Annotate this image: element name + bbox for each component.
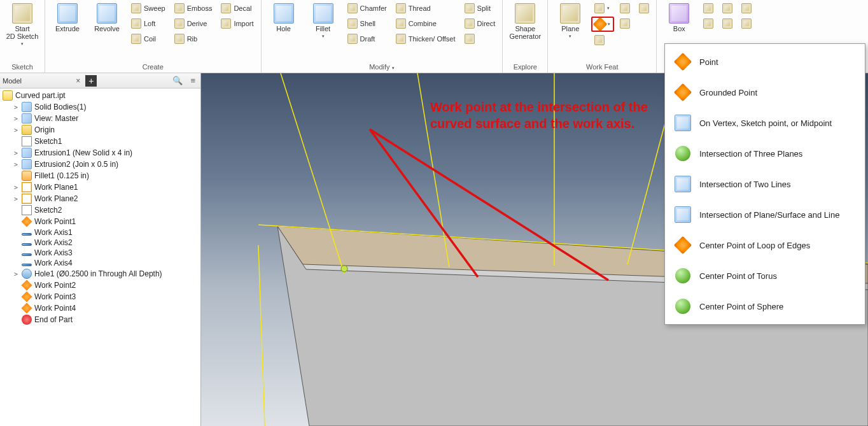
coil-button[interactable]: Coil (128, 32, 169, 46)
menu-item[interactable]: Center Point of Torus (665, 260, 865, 291)
menu-item[interactable]: Point (665, 46, 865, 77)
shape-generator-button[interactable]: Shape Generator (507, 1, 543, 42)
surf-btn-3[interactable] (719, 1, 736, 15)
ucs-button[interactable] (591, 33, 614, 47)
menu-item[interactable]: Intersection of Two Lines (665, 169, 865, 199)
direct-button[interactable]: Direct (461, 17, 499, 31)
tree-node[interactable]: >End of Part (0, 314, 200, 325)
search-icon[interactable]: 🔍 (170, 76, 185, 85)
tree-node[interactable]: >Work Plane2 (0, 193, 200, 204)
menu-item[interactable]: Grounded Point (665, 77, 865, 108)
tree-node[interactable]: >Work Plane1 (0, 181, 200, 193)
tree-node-label: Extrusion1 (New Solid x 4 in) (34, 148, 132, 157)
menu-item[interactable]: Center Point of Loop of Edges (665, 230, 865, 260)
tree-node[interactable]: >Solid Bodies(1) (0, 101, 200, 113)
close-icon[interactable]: × (73, 76, 83, 85)
tree-node[interactable]: >Work Point1 (0, 216, 200, 227)
tree-node[interactable]: >Fillet1 (0.125 in) (0, 170, 200, 181)
import-button[interactable]: Import (218, 17, 256, 31)
expand-icon[interactable]: > (13, 127, 19, 134)
combine-button[interactable]: Combine (393, 17, 459, 31)
cube-icon (674, 206, 692, 224)
expand-icon[interactable]: > (13, 150, 19, 157)
ribbon-group-label-sketch: Sketch (4, 62, 41, 73)
surf-btn-2[interactable] (700, 17, 717, 31)
orange-pt-icon (674, 83, 692, 101)
part-icon (3, 90, 13, 101)
tree-node[interactable]: >Work Axis2 (0, 238, 200, 248)
expand-icon[interactable]: > (13, 184, 19, 191)
cube-icon (22, 159, 32, 169)
tree-node[interactable]: >Extrusion2 (Join x 0.5 in) (0, 159, 200, 170)
point-icon (22, 303, 32, 314)
ribbon-group-label-modify: Modify ▾ (265, 62, 499, 73)
model-browser: Model × + 🔍 ≡ Curved part.ipt >Solid Bod… (0, 73, 201, 426)
add-tab-button[interactable]: + (85, 75, 97, 87)
derive-icon (174, 18, 185, 29)
thicken-button[interactable]: Thicken/ Offset (393, 32, 459, 46)
surf-btn-6[interactable] (738, 17, 755, 31)
tree-root[interactable]: Curved part.ipt (0, 90, 200, 101)
plane-button[interactable]: Plane▾ (552, 1, 589, 41)
expand-icon[interactable]: > (13, 195, 19, 202)
expand-icon[interactable]: > (13, 161, 19, 168)
menu-item[interactable]: Center Point of Sphere (665, 291, 865, 322)
menu-item-label: Point (699, 57, 718, 67)
derive-button[interactable]: Derive (171, 17, 216, 31)
surf-btn-5[interactable] (738, 1, 755, 15)
work-axis-button[interactable]: ▾ (591, 1, 614, 15)
decal-button[interactable]: Decal (218, 1, 256, 15)
browser-header: Model × + 🔍 ≡ (0, 73, 200, 89)
expand-icon[interactable]: > (13, 115, 19, 122)
ribbon-group-label-create: Create (49, 62, 257, 73)
hole-icon (274, 3, 294, 24)
chamfer-button[interactable]: Chamfer (344, 1, 390, 15)
sweep-button[interactable]: Sweep (128, 1, 169, 15)
thread-icon (396, 3, 406, 13)
mini-btn-a[interactable] (636, 1, 652, 15)
pattern-btn-1[interactable] (617, 1, 633, 15)
tree-node[interactable]: >View: Master (0, 113, 200, 124)
expand-icon[interactable]: > (13, 271, 19, 278)
rib-button[interactable]: Rib (171, 32, 216, 46)
delete-face-button[interactable] (461, 32, 499, 46)
tree-node[interactable]: >Origin (0, 124, 200, 136)
extrude-button[interactable]: Extrude (49, 1, 86, 34)
tree-node[interactable]: >Work Axis3 (0, 248, 200, 258)
start-2d-sketch-button[interactable]: Start 2D Sketch ▾ (4, 1, 41, 48)
expand-icon[interactable]: > (13, 104, 19, 111)
shell-button[interactable]: Shell (344, 17, 390, 31)
revolve-button[interactable]: Revolve (88, 1, 125, 34)
browser-tree[interactable]: Curved part.ipt >Solid Bodies(1)>View: M… (0, 89, 200, 426)
sketch-icon (12, 3, 32, 24)
emboss-button[interactable]: Emboss (171, 1, 216, 15)
split-button[interactable]: Split (461, 1, 499, 15)
hole-button[interactable]: Hole (265, 1, 302, 34)
tree-node-label: Work Plane2 (34, 194, 78, 203)
tree-node[interactable]: >Extrusion1 (New Solid x 4 in) (0, 147, 200, 159)
box-button[interactable]: Box (661, 1, 697, 34)
surf-btn-1[interactable] (700, 1, 717, 15)
tree-node[interactable]: >Work Axis4 (0, 258, 200, 268)
tree-node[interactable]: >Work Point2 (0, 280, 200, 291)
tree-node[interactable]: >Work Point3 (0, 291, 200, 302)
surf-btn-4[interactable] (719, 17, 736, 31)
thread-button[interactable]: Thread (393, 1, 459, 15)
menu-item[interactable]: Intersection of Three Planes (665, 138, 865, 169)
menu-icon[interactable]: ≡ (188, 76, 198, 85)
tree-node[interactable]: >Work Axis1 (0, 227, 200, 238)
tree-node[interactable]: >Hole1 (Ø0.2500 in Through All Depth) (0, 268, 200, 280)
menu-item[interactable]: On Vertex, Sketch point, or Midpoint (665, 108, 865, 138)
folder-icon (22, 125, 32, 135)
fillet-button[interactable]: Fillet▾ (305, 1, 342, 41)
draft-button[interactable]: Draft (344, 32, 390, 46)
axis-icon (594, 3, 605, 13)
work-point-dropdown-button[interactable]: ▾ (591, 17, 614, 32)
tree-node[interactable]: >Work Point4 (0, 302, 200, 314)
tree-node[interactable]: >Sketch1 (0, 136, 200, 147)
loft-button[interactable]: Loft (128, 17, 169, 31)
menu-item[interactable]: Intersection of Plane/Surface and Line (665, 199, 865, 230)
pattern-btn-2[interactable] (617, 17, 633, 31)
tree-node[interactable]: >Sketch2 (0, 204, 200, 216)
menu-item-label: Intersection of Plane/Surface and Line (699, 210, 839, 220)
